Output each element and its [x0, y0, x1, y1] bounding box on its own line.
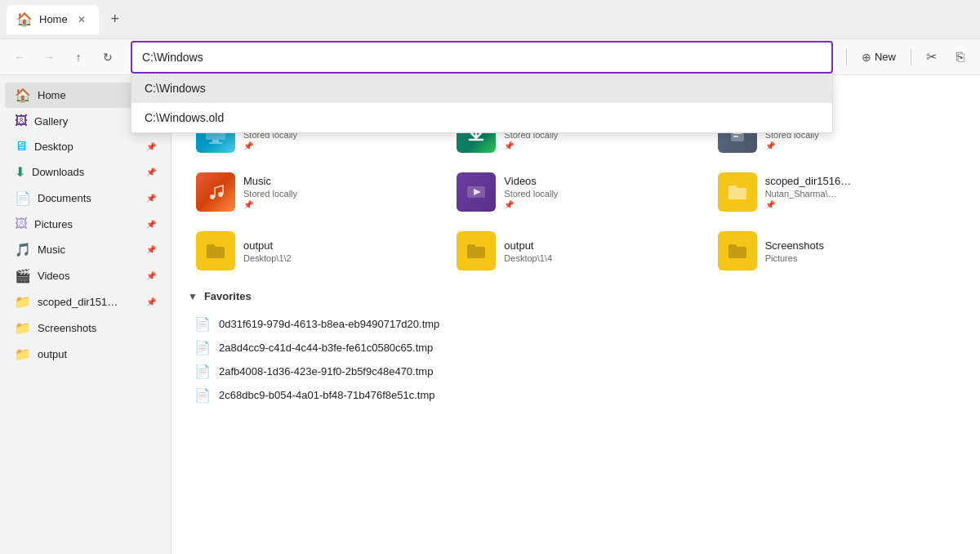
output2-folder-info: output Desktop\1\4	[504, 239, 694, 263]
content-area: ▼ Quick access Desktop Stored locally 📌	[172, 75, 980, 554]
videos-folder-info: Videos Stored locally 📌	[504, 175, 694, 209]
fav-item-4[interactable]: 📄 2c68dbc9-b054-4a01-bf48-71b476f8e51c.t…	[188, 383, 964, 407]
forward-icon: →	[43, 51, 55, 64]
back-button[interactable]: ←	[7, 44, 33, 70]
output-folder-icon: 📁	[15, 346, 31, 362]
address-input[interactable]	[142, 51, 822, 64]
sidebar-item-desktop[interactable]: 🖥 Desktop 📌	[5, 134, 166, 159]
folder-item-music[interactable]: Music Stored locally 📌	[188, 166, 442, 218]
screenshots-folder-name: Screenshots	[765, 239, 956, 252]
sidebar-item-videos[interactable]: 🎬 Videos 📌	[5, 263, 166, 288]
title-bar: 🏠 Home ✕ +	[0, 0, 980, 39]
fav-file-name-1: 0d31f619-979d-4613-b8ea-eb9490717d20.tmp	[219, 318, 439, 330]
desktop-pin-icon: 📌	[146, 142, 156, 151]
fav-item-1[interactable]: 📄 0d31f619-979d-4613-b8ea-eb9490717d20.t…	[188, 312, 964, 336]
videos-folder-icon	[457, 172, 496, 212]
screenshots-folder-sub: Pictures	[765, 253, 956, 263]
sidebar-videos-label: Videos	[38, 270, 70, 282]
new-icon: ⊕	[862, 51, 871, 64]
sidebar-item-screenshots[interactable]: 📁 Screenshots	[5, 315, 166, 341]
close-tab-button[interactable]: ✕	[74, 12, 89, 27]
desktop-folder-pin: 📌	[243, 141, 434, 150]
output1-folder-info: output Desktop\1\2	[243, 239, 434, 263]
copy-icon: ⎘	[956, 50, 964, 65]
sidebar-screenshots-label: Screenshots	[38, 322, 96, 334]
music-folder-pin: 📌	[243, 200, 434, 209]
screenshots-folder-info: Screenshots Pictures	[765, 239, 956, 263]
sidebar-item-scoped[interactable]: 📁 scoped_dir1516… 📌	[5, 289, 166, 315]
scoped-folder-pin2: 📌	[765, 200, 956, 209]
videos-folder-sub: Stored locally	[504, 189, 694, 199]
new-tab-button[interactable]: +	[104, 8, 127, 31]
sidebar-item-music[interactable]: 🎵 Music 📌	[5, 237, 166, 262]
sidebar-item-documents[interactable]: 📄 Documents 📌	[5, 185, 166, 211]
folder-item-videos[interactable]: Videos Stored locally 📌	[448, 166, 702, 218]
dropdown-item-windows-old[interactable]: C:\Windows.old	[131, 103, 832, 132]
screenshots-folder-icon: 📁	[15, 320, 31, 336]
sidebar-downloads-label: Downloads	[32, 166, 84, 178]
sidebar-item-downloads[interactable]: ⬇ Downloads 📌	[5, 159, 166, 185]
output2-folder-sub: Desktop\1\4	[504, 253, 694, 263]
new-button[interactable]: ⊕ New	[853, 47, 904, 67]
home-tab[interactable]: 🏠 Home ✕	[7, 5, 99, 34]
home-tab-title: Home	[39, 13, 68, 25]
videos-icon: 🎬	[15, 268, 31, 284]
cut-button[interactable]: ✂	[918, 44, 944, 70]
folder-item-screenshots[interactable]: Screenshots Pictures	[710, 225, 964, 277]
sidebar-item-output[interactable]: 📁 output	[5, 342, 166, 367]
music-folder-icon	[196, 172, 235, 212]
sidebar-documents-label: Documents	[38, 192, 91, 204]
svg-rect-2	[209, 142, 222, 144]
output1-folder-name: output	[243, 239, 434, 252]
fav-file-name-3: 2afb4008-1d36-423e-91f0-2b5f9c48e470.tmp	[219, 365, 433, 378]
up-button[interactable]: ↑	[65, 44, 91, 70]
sidebar-pictures-label: Pictures	[34, 218, 73, 230]
address-dropdown: C:\Windows C:\Windows.old	[131, 74, 833, 133]
pictures-icon: 🖼	[15, 217, 28, 231]
pictures-pin-icon: 📌	[146, 220, 156, 229]
toolbar-separator	[846, 49, 847, 65]
scoped-folder-sub: Nutan_Sharma\…	[765, 189, 956, 199]
home-tab-icon: 🏠	[16, 11, 33, 27]
address-bar-container: C:\Windows C:\Windows.old	[124, 41, 840, 74]
output1-folder-icon	[196, 231, 235, 270]
fav-item-3[interactable]: 📄 2afb4008-1d36-423e-91f0-2b5f9c48e470.t…	[188, 360, 964, 383]
sidebar-item-pictures[interactable]: 🖼 Pictures 📌	[5, 212, 166, 236]
sidebar: 🏠 Home 🖼 Gallery 🖥 Desktop 📌 ⬇ Downloads…	[0, 75, 172, 554]
toolbar-separator-2	[911, 49, 911, 65]
sidebar-home-label: Home	[38, 89, 66, 101]
videos-pin-icon: 📌	[146, 271, 156, 280]
output1-folder-sub: Desktop\1\2	[243, 253, 434, 263]
fav-file-icon-4: 📄	[194, 387, 211, 403]
folder-item-output1[interactable]: output Desktop\1\2	[188, 225, 442, 277]
scoped-folder-name: scoped_dir1516…	[765, 175, 863, 187]
back-icon: ←	[14, 51, 25, 64]
sidebar-output-label: output	[38, 348, 67, 360]
copy-button[interactable]: ⎘	[947, 44, 973, 70]
svg-rect-1	[212, 140, 219, 142]
forward-button[interactable]: →	[36, 44, 62, 70]
fav-item-2[interactable]: 📄 2a8d4cc9-c41d-4c44-b3fe-fe61c0580c65.t…	[188, 336, 964, 360]
folder-item-scoped[interactable]: scoped_dir1516… Nutan_Sharma\… 📌	[710, 166, 964, 218]
documents-pin-icon: 📌	[146, 194, 156, 203]
sidebar-desktop-label: Desktop	[34, 141, 74, 153]
dropdown-item-windows[interactable]: C:\Windows	[131, 74, 832, 103]
music-folder-info: Music Stored locally 📌	[243, 175, 434, 209]
music-pin-icon: 📌	[146, 245, 156, 254]
refresh-button[interactable]: ↻	[95, 44, 121, 70]
cut-icon: ✂	[926, 49, 937, 65]
desktop-icon: 🖥	[15, 139, 28, 154]
favorites-chevron: ▼	[188, 291, 198, 302]
sidebar-gallery-label: Gallery	[34, 115, 68, 127]
fav-file-icon-2: 📄	[194, 340, 211, 355]
folder-item-output2[interactable]: output Desktop\1\4	[448, 225, 702, 277]
documents-folder-pin: 📌	[765, 141, 956, 150]
fav-file-icon-3: 📄	[194, 364, 211, 379]
fav-file-name-4: 2c68dbc9-b054-4a01-bf48-71b476f8e51c.tmp	[219, 389, 435, 401]
screenshots-folder-icon2	[718, 231, 757, 270]
favorites-list: 📄 0d31f619-979d-4613-b8ea-eb9490717d20.t…	[188, 312, 964, 407]
favorites-section-header[interactable]: ▼ Favorites	[188, 290, 964, 302]
documents-icon: 📄	[15, 190, 31, 206]
up-icon: ↑	[76, 51, 82, 64]
downloads-icon: ⬇	[15, 164, 25, 180]
